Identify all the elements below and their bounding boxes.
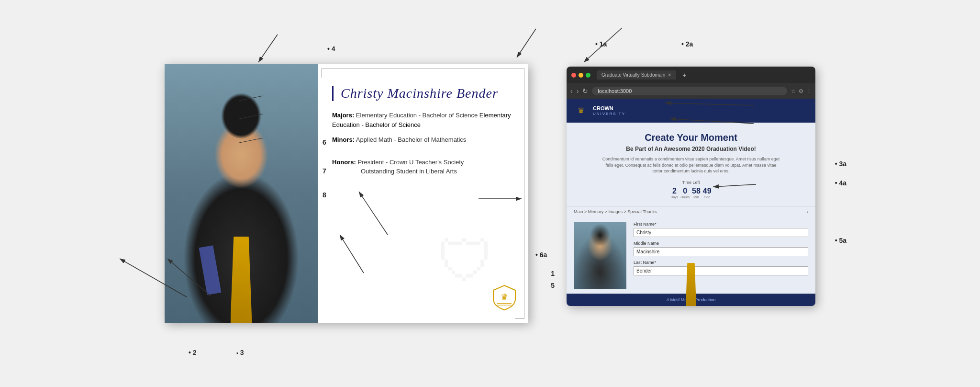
annotation-6: 6 xyxy=(323,138,326,146)
majors-label: Majors: xyxy=(332,112,354,119)
svg-text:♛: ♛ xyxy=(578,106,584,114)
site-header: ♛ CROWN UNIVERSITY xyxy=(567,99,815,123)
middle-name-field: Middle Name xyxy=(634,241,808,256)
browser-nav: ‹ › ↻ localhost:3000 ☆ ⚙ ⋮ xyxy=(567,83,815,99)
time-left-label: Time Left xyxy=(579,180,803,185)
honors-value-2: Outstanding Student in Liberal Arts xyxy=(332,168,457,175)
annotation-1a: • 1a xyxy=(595,40,607,48)
back-button[interactable]: ‹ xyxy=(570,87,573,95)
annotation-4a: • 4a xyxy=(835,179,846,187)
hero-subtitle: Be Part of An Awesome 2020 Graduation Vi… xyxy=(579,146,803,152)
crown-logo: ♛ xyxy=(574,103,588,118)
hero-body: Condimentum id venenatis a condimentum v… xyxy=(600,156,782,174)
annotation-3: • 3 xyxy=(236,349,244,356)
hours-number: 0 xyxy=(680,187,690,195)
annotation-1: 1 xyxy=(551,270,555,277)
student-name: Christy Macinshire Bender xyxy=(332,86,514,101)
maximize-dot[interactable] xyxy=(586,73,590,78)
site-name: CROWN xyxy=(593,105,625,112)
browser-tab[interactable]: Graduate Virtually Subdomain ✕ xyxy=(597,70,676,80)
settings-icon[interactable]: ⚙ xyxy=(799,88,803,94)
annotation-2: • 2 xyxy=(189,349,197,356)
annotation-7: 7 xyxy=(323,167,326,175)
hero-title: Create Your Moment xyxy=(579,132,803,143)
last-name-input[interactable] xyxy=(634,266,808,275)
first-name-input[interactable] xyxy=(634,228,808,237)
minors-value: Applied Math - Bachelor of Mathematics xyxy=(356,136,467,143)
graduation-card: 🛡 Christy Macinshire Bender Majors: Elem… xyxy=(165,64,528,323)
honors-label: Honors: xyxy=(332,159,356,166)
new-tab-icon[interactable]: + xyxy=(682,71,686,79)
bookmark-icon[interactable]: ☆ xyxy=(791,88,796,94)
browser-window: Graduate Virtually Subdomain ✕ + ‹ › ↻ l… xyxy=(567,67,815,306)
breadcrumb-bar: Main > Memory > Images > Special Thanks … xyxy=(567,206,815,217)
svg-text:♛: ♛ xyxy=(501,292,508,302)
annotation-5: 5 xyxy=(551,282,555,289)
minimize-dot[interactable] xyxy=(579,73,583,78)
tab-close-icon[interactable]: ✕ xyxy=(668,72,671,78)
countdown-hours: 0 Hours xyxy=(680,187,690,199)
last-name-field: Last Name* xyxy=(634,260,808,275)
hero-section: Create Your Moment Be Part of An Awesome… xyxy=(567,123,815,206)
last-name-label: Last Name* xyxy=(634,260,808,265)
site-subtitle: UNIVERSITY xyxy=(593,112,625,116)
form-section: First Name* Middle Name Last Name* xyxy=(567,217,815,294)
middle-name-input[interactable] xyxy=(634,247,808,256)
annotation-5a: • 5a xyxy=(835,237,846,244)
annotation-3a: • 3a xyxy=(835,160,846,168)
url-bar[interactable]: localhost:3000 xyxy=(592,87,787,95)
annotation-4: • 4 xyxy=(327,45,335,53)
majors-row: Majors: Elementary Education - Bachelor … xyxy=(332,111,514,129)
browser-bar: Graduate Virtually Subdomain ✕ + xyxy=(567,67,815,83)
refresh-button[interactable]: ↻ xyxy=(582,87,588,95)
forward-button[interactable]: › xyxy=(577,87,579,95)
photo-section xyxy=(165,64,318,323)
annotation-2a: • 2a xyxy=(681,40,693,48)
tab-label: Graduate Virtually Subdomain xyxy=(601,72,665,78)
countdown-sec: 49 Sec xyxy=(703,187,712,199)
days-label: Days xyxy=(670,195,678,199)
window-controls xyxy=(571,73,590,78)
middle-name-label: Middle Name xyxy=(634,241,808,246)
countdown-days: 2 Days xyxy=(670,187,678,199)
minors-row: Minors: Applied Math - Bachelor of Mathe… xyxy=(332,135,514,145)
shield-logo: ♛ xyxy=(492,285,516,311)
minors-label: Minors: xyxy=(332,136,355,143)
countdown: 2 Days 0 Hours 58 Min 49 Sec xyxy=(579,187,803,199)
menu-icon[interactable]: ⋮ xyxy=(806,88,812,94)
hours-label: Hours xyxy=(680,195,690,199)
watermark: 🛡 xyxy=(437,228,495,294)
close-dot[interactable] xyxy=(571,73,576,78)
first-name-field: First Name* xyxy=(634,222,808,237)
sec-label: Sec xyxy=(703,195,712,199)
first-name-label: First Name* xyxy=(634,222,808,227)
majors-value: Elementary Education - Bachelor of Scien… xyxy=(356,112,478,119)
form-fields: First Name* Middle Name Last Name* xyxy=(634,222,808,289)
info-section: 🛡 Christy Macinshire Bender Majors: Elem… xyxy=(318,64,528,323)
url-text: localhost:3000 xyxy=(598,88,632,94)
min-label: Min xyxy=(692,195,701,199)
honors-value-1: President - Crown U Teacher's Society xyxy=(357,159,464,166)
days-number: 2 xyxy=(670,187,678,195)
browser-nav-icons: ☆ ⚙ ⋮ xyxy=(791,88,812,94)
annotation-6a: • 6a xyxy=(535,251,547,259)
breadcrumb-text[interactable]: Main > Memory > Images > Special Thanks xyxy=(574,209,657,214)
sec-number: 49 xyxy=(703,187,712,195)
honors-row: Honors: President - Crown U Teacher's So… xyxy=(332,158,514,176)
annotation-8: 8 xyxy=(323,191,326,199)
form-photo xyxy=(574,222,626,289)
countdown-min: 58 Min xyxy=(692,187,701,199)
min-number: 58 xyxy=(692,187,701,195)
breadcrumb-arrow-icon: › xyxy=(806,209,808,215)
